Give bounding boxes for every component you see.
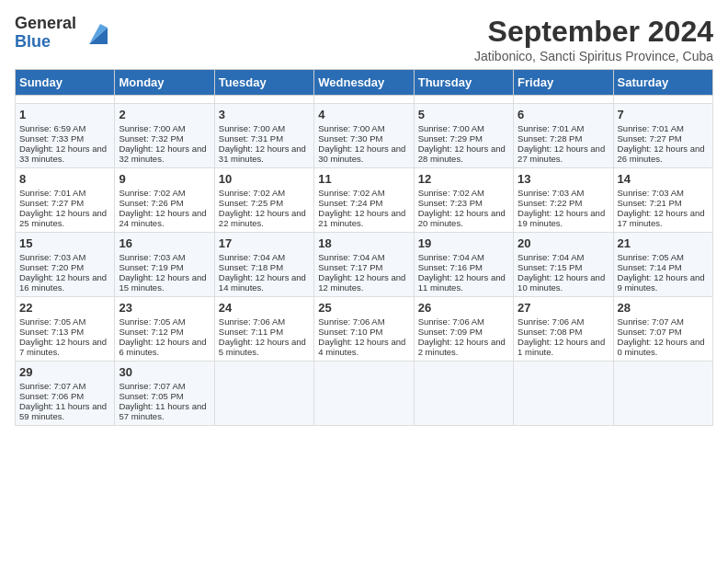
daylight-text: Daylight: 12 hours and 24 minutes.	[119, 208, 210, 228]
calendar-week-0	[16, 96, 713, 104]
calendar-cell: 28Sunrise: 7:07 AMSunset: 7:07 PMDayligh…	[613, 297, 712, 362]
sunset-text: Sunset: 7:31 PM	[219, 133, 310, 144]
sunrise-text: Sunrise: 7:04 AM	[318, 252, 409, 262]
daylight-text: Daylight: 12 hours and 2 minutes.	[418, 337, 509, 357]
sunset-text: Sunset: 7:21 PM	[618, 198, 709, 208]
sunset-text: Sunset: 7:09 PM	[418, 327, 509, 337]
sunrise-text: Sunrise: 7:01 AM	[618, 123, 709, 133]
calendar-cell	[514, 96, 613, 104]
sunrise-text: Sunrise: 7:04 AM	[518, 252, 609, 262]
sunrise-text: Sunrise: 7:02 AM	[318, 188, 409, 198]
day-number: 12	[418, 172, 509, 186]
calendar-cell	[314, 362, 414, 426]
sunrise-text: Sunrise: 7:03 AM	[618, 188, 709, 198]
calendar-cell: 10Sunrise: 7:02 AMSunset: 7:25 PMDayligh…	[214, 168, 313, 233]
calendar-cell	[214, 362, 313, 426]
daylight-text: Daylight: 12 hours and 6 minutes.	[119, 337, 210, 357]
calendar-header-row: SundayMondayTuesdayWednesdayThursdayFrid…	[16, 70, 713, 96]
sunrise-text: Sunrise: 7:06 AM	[219, 316, 310, 327]
sunset-text: Sunset: 7:18 PM	[219, 262, 310, 272]
calendar-cell: 24Sunrise: 7:06 AMSunset: 7:11 PMDayligh…	[214, 297, 313, 362]
daylight-text: Daylight: 12 hours and 14 minutes.	[219, 272, 310, 293]
calendar-cell	[514, 362, 613, 426]
calendar-cell: 5Sunrise: 7:00 AMSunset: 7:29 PMDaylight…	[414, 104, 513, 168]
sunrise-text: Sunrise: 7:00 AM	[119, 123, 210, 133]
day-number: 15	[19, 236, 110, 250]
daylight-text: Daylight: 12 hours and 15 minutes.	[119, 272, 210, 293]
sunrise-text: Sunrise: 7:06 AM	[318, 316, 409, 327]
sunrise-text: Sunrise: 7:00 AM	[318, 123, 409, 133]
daylight-text: Daylight: 12 hours and 12 minutes.	[318, 272, 409, 293]
day-number: 10	[219, 172, 310, 186]
header-saturday: Saturday	[613, 70, 712, 96]
calendar-cell: 23Sunrise: 7:05 AMSunset: 7:12 PMDayligh…	[115, 297, 214, 362]
daylight-text: Daylight: 12 hours and 4 minutes.	[318, 337, 409, 357]
sunrise-text: Sunrise: 7:04 AM	[418, 252, 509, 262]
sunset-text: Sunset: 7:06 PM	[19, 391, 110, 401]
calendar-week-4: 22Sunrise: 7:05 AMSunset: 7:13 PMDayligh…	[16, 297, 713, 362]
title-block: September 2024 Jatibonico, Sancti Spirit…	[474, 15, 713, 63]
sunset-text: Sunset: 7:17 PM	[318, 262, 409, 272]
daylight-text: Daylight: 12 hours and 19 minutes.	[518, 208, 609, 228]
calendar-cell: 27Sunrise: 7:06 AMSunset: 7:08 PMDayligh…	[514, 297, 613, 362]
sunrise-text: Sunrise: 7:05 AM	[19, 316, 110, 327]
calendar-cell: 20Sunrise: 7:04 AMSunset: 7:15 PMDayligh…	[514, 233, 613, 297]
calendar-cell: 15Sunrise: 7:03 AMSunset: 7:20 PMDayligh…	[16, 233, 115, 297]
location-subtitle: Jatibonico, Sancti Spiritus Province, Cu…	[474, 49, 713, 63]
calendar-cell: 3Sunrise: 7:00 AMSunset: 7:31 PMDaylight…	[214, 104, 313, 168]
daylight-text: Daylight: 12 hours and 10 minutes.	[518, 272, 609, 293]
calendar-cell: 7Sunrise: 7:01 AMSunset: 7:27 PMDaylight…	[613, 104, 712, 168]
day-number: 23	[119, 301, 210, 315]
sunrise-text: Sunrise: 7:02 AM	[219, 188, 310, 198]
sunset-text: Sunset: 7:12 PM	[119, 327, 210, 337]
sunset-text: Sunset: 7:32 PM	[119, 133, 210, 144]
calendar-cell: 8Sunrise: 7:01 AMSunset: 7:27 PMDaylight…	[16, 168, 115, 233]
calendar-cell: 11Sunrise: 7:02 AMSunset: 7:24 PMDayligh…	[314, 168, 414, 233]
daylight-text: Daylight: 12 hours and 16 minutes.	[19, 272, 110, 293]
calendar-cell: 19Sunrise: 7:04 AMSunset: 7:16 PMDayligh…	[414, 233, 513, 297]
calendar-cell: 4Sunrise: 7:00 AMSunset: 7:30 PMDaylight…	[314, 104, 414, 168]
day-number: 9	[119, 172, 210, 186]
daylight-text: Daylight: 12 hours and 20 minutes.	[418, 208, 509, 228]
day-number: 13	[518, 172, 609, 186]
calendar-cell: 6Sunrise: 7:01 AMSunset: 7:28 PMDaylight…	[514, 104, 613, 168]
sunrise-text: Sunrise: 7:03 AM	[19, 252, 110, 262]
day-number: 24	[219, 301, 310, 315]
sunrise-text: Sunrise: 7:00 AM	[418, 123, 509, 133]
daylight-text: Daylight: 11 hours and 59 minutes.	[19, 401, 110, 421]
header-friday: Friday	[514, 70, 613, 96]
calendar-cell: 2Sunrise: 7:00 AMSunset: 7:32 PMDaylight…	[115, 104, 214, 168]
daylight-text: Daylight: 12 hours and 31 minutes.	[219, 144, 310, 164]
daylight-text: Daylight: 12 hours and 22 minutes.	[219, 208, 310, 228]
sunset-text: Sunset: 7:11 PM	[219, 327, 310, 337]
calendar-cell: 12Sunrise: 7:02 AMSunset: 7:23 PMDayligh…	[414, 168, 513, 233]
daylight-text: Daylight: 12 hours and 1 minute.	[518, 337, 609, 357]
sunset-text: Sunset: 7:07 PM	[618, 327, 709, 337]
sunrise-text: Sunrise: 7:01 AM	[518, 123, 609, 133]
calendar-cell	[414, 96, 513, 104]
page-header: General Blue September 2024 Jatibonico, …	[15, 15, 713, 63]
calendar-cell: 1Sunrise: 6:59 AMSunset: 7:33 PMDaylight…	[16, 104, 115, 168]
sunset-text: Sunset: 7:27 PM	[19, 198, 110, 208]
calendar-cell: 16Sunrise: 7:03 AMSunset: 7:19 PMDayligh…	[115, 233, 214, 297]
sunrise-text: Sunrise: 6:59 AM	[19, 123, 110, 133]
day-number: 27	[518, 301, 609, 315]
calendar-cell: 13Sunrise: 7:03 AMSunset: 7:22 PMDayligh…	[514, 168, 613, 233]
calendar-cell	[214, 96, 313, 104]
daylight-text: Daylight: 12 hours and 27 minutes.	[518, 144, 609, 164]
day-number: 8	[19, 172, 110, 186]
day-number: 3	[219, 108, 310, 121]
calendar-cell: 9Sunrise: 7:02 AMSunset: 7:26 PMDaylight…	[115, 168, 214, 233]
day-number: 11	[318, 172, 409, 186]
day-number: 14	[618, 172, 709, 186]
sunrise-text: Sunrise: 7:05 AM	[618, 252, 709, 262]
sunrise-text: Sunrise: 7:03 AM	[119, 252, 210, 262]
sunrise-text: Sunrise: 7:00 AM	[219, 123, 310, 133]
calendar-cell: 29Sunrise: 7:07 AMSunset: 7:06 PMDayligh…	[16, 362, 115, 426]
daylight-text: Daylight: 12 hours and 32 minutes.	[119, 144, 210, 164]
sunset-text: Sunset: 7:26 PM	[119, 198, 210, 208]
logo-general: General	[15, 15, 76, 33]
logo: General Blue	[15, 15, 111, 52]
day-number: 28	[618, 301, 709, 315]
calendar-cell	[115, 96, 214, 104]
